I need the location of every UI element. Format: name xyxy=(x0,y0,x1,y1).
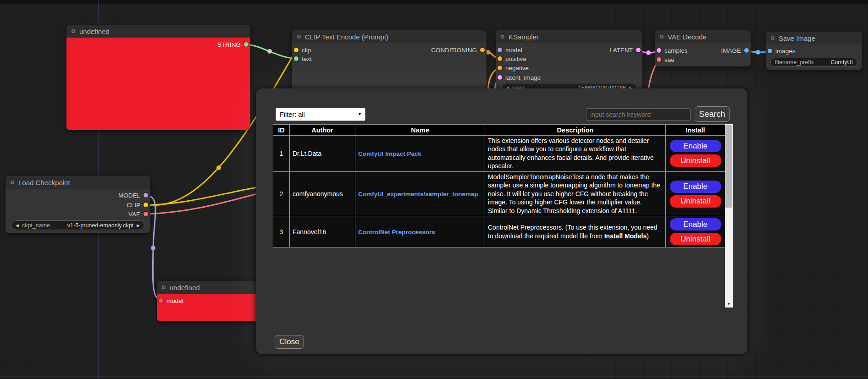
output-slot-conditioning[interactable]: CONDITIONING xyxy=(431,46,485,54)
latent-pin-icon[interactable] xyxy=(657,48,661,53)
scrollbar-down-button[interactable]: ▼ xyxy=(725,300,733,308)
scrollbar-thumb[interactable] xyxy=(725,125,732,208)
wire-clip-midpoint-dot[interactable] xyxy=(216,165,221,170)
description-text: ) xyxy=(647,232,649,240)
collapse-dot-icon[interactable] xyxy=(11,181,14,184)
node-vae-decode[interactable]: VAE Decode samples vae IMAGE xyxy=(655,30,751,66)
node-load-checkpoint[interactable]: Load Checkpoint MODEL CLIP VAE ◀ ckpt_na… xyxy=(6,176,150,233)
collapse-dot-icon[interactable] xyxy=(162,286,166,289)
install-actions: Enable Uninstall xyxy=(669,180,722,209)
node-save-image-titlebar[interactable]: Save Image xyxy=(766,32,862,44)
node-vae-decode-titlebar[interactable]: VAE Decode xyxy=(655,30,751,43)
uninstall-button[interactable]: Uninstall xyxy=(670,154,721,167)
search-input[interactable] xyxy=(586,108,691,121)
close-button[interactable]: Close xyxy=(275,335,304,349)
image-pin-icon[interactable] xyxy=(768,49,772,53)
table-header-row: ID Author Name Description Install xyxy=(273,125,725,136)
clip-pin-icon[interactable] xyxy=(294,48,299,52)
extension-link[interactable]: ComfyUI_experiments/sampler_tonemap xyxy=(358,191,478,198)
slot-label: samples xyxy=(664,47,687,54)
input-slot-latent-image[interactable]: latent_image xyxy=(498,73,541,82)
conditioning-pin-icon[interactable] xyxy=(498,66,502,70)
latent-pin-icon[interactable] xyxy=(636,48,641,52)
slot-label: latent_image xyxy=(505,74,541,81)
string-pin-icon[interactable] xyxy=(244,42,249,47)
input-slot-negative[interactable]: negative xyxy=(498,64,529,72)
node-undefined-top-titlebar[interactable]: undefined xyxy=(66,25,250,38)
slot-label: text xyxy=(302,55,312,62)
model-pin-icon[interactable] xyxy=(144,193,148,198)
graph-canvas[interactable]: undefined STRING CLIP Text Encode (Promp… xyxy=(0,0,868,379)
table-scrollbar[interactable]: ▼ xyxy=(725,124,733,308)
slot-label: vae xyxy=(664,56,674,63)
output-slot-model[interactable]: MODEL xyxy=(118,191,148,199)
node-load-checkpoint-titlebar[interactable]: Load Checkpoint xyxy=(6,176,150,189)
header-id: ID xyxy=(273,125,290,136)
node-undefined-bottom[interactable]: undefined model xyxy=(157,281,266,321)
vae-pin-icon[interactable] xyxy=(657,57,661,62)
input-slot-images[interactable]: images xyxy=(768,47,796,55)
input-slot-positive[interactable]: positive xyxy=(498,55,526,63)
filter-select[interactable]: Filter: all xyxy=(276,108,365,121)
node-undefined-bottom-titlebar[interactable]: undefined xyxy=(157,281,266,294)
cell-id: 2 xyxy=(273,171,290,216)
collapse-dot-icon[interactable] xyxy=(771,36,774,40)
ckpt-name-widget[interactable]: ◀ ckpt_name v1-5-pruned-emaonly.ckpt ▶ xyxy=(11,220,144,230)
enable-button[interactable]: Enable xyxy=(670,140,721,152)
conditioning-pin-icon[interactable] xyxy=(498,56,502,61)
collapse-dot-icon[interactable] xyxy=(501,35,504,38)
input-slot-samples[interactable]: samples xyxy=(657,46,687,55)
install-actions: Enable Uninstall xyxy=(669,217,722,246)
slot-label: MODEL xyxy=(118,192,140,199)
image-pin-icon[interactable] xyxy=(744,48,749,53)
vae-pin-icon[interactable] xyxy=(144,212,148,216)
conditioning-pin-icon[interactable] xyxy=(480,48,485,52)
node-clip-text-encode-titlebar[interactable]: CLIP Text Encode (Prompt) xyxy=(292,30,487,43)
input-slot-vae[interactable]: vae xyxy=(657,55,674,64)
model-pin-icon[interactable] xyxy=(498,48,502,52)
collapse-dot-icon[interactable] xyxy=(72,29,75,33)
latent-pin-icon[interactable] xyxy=(498,75,502,80)
extensions-table: ID Author Name Description Install 1 Dr.… xyxy=(273,124,725,247)
string-pin-icon[interactable] xyxy=(294,56,299,61)
slot-label: negative xyxy=(505,65,529,71)
wire-model-midpoint-dot[interactable] xyxy=(151,246,155,250)
extension-link[interactable]: ControlNet Preprocessors xyxy=(358,229,435,236)
input-slot-clip[interactable]: clip xyxy=(294,46,311,54)
cell-id: 3 xyxy=(273,216,290,247)
output-slot-vae[interactable]: VAE xyxy=(128,210,148,218)
input-slot-model[interactable]: model xyxy=(498,46,522,54)
node-title: undefined xyxy=(170,284,200,291)
extension-link[interactable]: ComfyUI Impact Pack xyxy=(358,150,421,157)
node-save-image[interactable]: Save Image images filename_prefix ComfyU… xyxy=(766,32,862,70)
enable-button[interactable]: Enable xyxy=(670,218,721,231)
output-slot-latent[interactable]: LATENT xyxy=(609,46,641,54)
node-title: VAE Decode xyxy=(668,33,707,41)
node-ksampler-titlebar[interactable]: KSampler xyxy=(496,30,642,43)
collapse-dot-icon[interactable] xyxy=(297,35,301,38)
input-slot-model[interactable]: model xyxy=(159,297,183,305)
widget-name: filename_prefix xyxy=(775,59,814,66)
cell-author: comfyanonymous xyxy=(290,171,355,216)
search-button[interactable]: Search xyxy=(695,106,730,122)
wire-latent-midpoint-dot[interactable] xyxy=(646,50,651,55)
output-slot-image[interactable]: IMAGE xyxy=(721,46,749,55)
output-slot-clip[interactable]: CLIP xyxy=(127,201,148,209)
input-slot-text[interactable]: text xyxy=(294,55,312,63)
enable-button[interactable]: Enable xyxy=(670,181,721,193)
output-slot-string[interactable]: STRING xyxy=(217,40,249,49)
wire-string-midpoint-dot[interactable] xyxy=(267,49,272,54)
collapse-dot-icon[interactable] xyxy=(660,35,663,38)
wire-image-midpoint-dot[interactable] xyxy=(756,50,760,55)
uninstall-button[interactable]: Uninstall xyxy=(670,233,721,245)
uninstall-button[interactable]: Uninstall xyxy=(670,195,721,208)
filename-prefix-widget[interactable]: filename_prefix ComfyUI xyxy=(770,58,857,67)
clip-pin-icon[interactable] xyxy=(144,203,148,207)
model-pin-icon[interactable] xyxy=(159,298,163,303)
widget-left-arrow-icon[interactable]: ◀ xyxy=(16,223,19,228)
slot-label: VAE xyxy=(128,211,140,218)
widget-right-arrow-icon[interactable]: ▶ xyxy=(137,223,140,228)
header-name: Name xyxy=(355,125,485,136)
table-row: 2 comfyanonymous ComfyUI_experiments/sam… xyxy=(273,171,725,216)
node-undefined-top[interactable]: undefined STRING xyxy=(66,25,250,130)
